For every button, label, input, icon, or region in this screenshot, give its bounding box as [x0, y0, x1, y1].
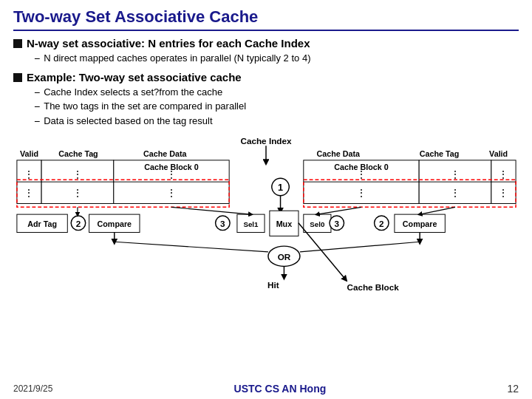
sub-bullets-1: N direct mapped caches operates in paral… [34, 52, 519, 66]
left-valid-label: Valid [20, 149, 38, 158]
left-cache-tag-label: Cache Tag [58, 149, 98, 158]
svg-text:⋮: ⋮ [498, 188, 508, 199]
sub-bullet-2-2: Data is selected based on the tag result [34, 115, 519, 129]
bullet-square-2 [13, 73, 22, 82]
sub-bullet-1-0: N direct mapped caches operates in paral… [34, 52, 519, 66]
bullet-square-1 [13, 39, 22, 48]
cache-index-label: Cache Index [240, 137, 292, 146]
circle-2-left: 2 [76, 219, 81, 228]
or-gate-label: OR [278, 252, 291, 262]
cache-block-out-label: Cache Block [347, 282, 399, 292]
circle-1: 1 [278, 183, 283, 193]
svg-text:⋮: ⋮ [356, 170, 366, 181]
svg-text:⋮: ⋮ [166, 188, 177, 199]
bullet-section-2: Example: Two-way set associative cache C… [13, 71, 519, 129]
bullet-main-2: Example: Two-way set associative cache [13, 71, 519, 83]
left-cache-data-label: Cache Data [143, 149, 187, 158]
sel0-label: Sel0 [310, 220, 325, 228]
svg-text:⋮: ⋮ [450, 170, 460, 181]
bullet-main-2-text: Example: Two-way set associative cache [27, 71, 242, 83]
bullet-main-1-text: N-way set associative: N entries for eac… [27, 37, 310, 50]
circle-3-right: 3 [334, 219, 339, 228]
circle-3-left: 3 [220, 219, 225, 228]
svg-line-45 [420, 208, 455, 215]
footer-page: 12 [507, 383, 519, 395]
svg-line-43 [317, 208, 361, 215]
svg-text:⋮: ⋮ [24, 188, 34, 199]
hit-label: Hit [267, 280, 279, 290]
right-valid-label: Valid [489, 149, 508, 158]
svg-text:⋮: ⋮ [498, 170, 508, 181]
circle-2-right: 2 [379, 219, 384, 228]
svg-text:⋮: ⋮ [72, 188, 83, 199]
bullet-main-1: N-way set associative: N entries for eac… [13, 37, 519, 50]
sub-bullet-2-1: The two tags in the set are compared in … [34, 100, 519, 115]
svg-text:⋮: ⋮ [356, 188, 366, 199]
diagram: Cache Index Valid Cache Tag Cache Data [13, 133, 519, 303]
svg-text:⋮: ⋮ [166, 170, 177, 181]
page: Two-way Set Associative Cache N-way set … [0, 0, 532, 399]
svg-text:⋮: ⋮ [24, 170, 34, 181]
footer-center: USTC CS AN Hong [234, 383, 327, 395]
bullet-section-1: N-way set associative: N entries for eac… [13, 37, 519, 66]
footer-date: 2021/9/25 [13, 383, 52, 394]
svg-line-42 [171, 208, 250, 215]
page-title: Two-way Set Associative Cache [13, 7, 519, 31]
sub-bullet-2-0: Cache Index selects a set?from the cache [34, 86, 519, 100]
mux-label: Mux [276, 219, 292, 228]
sel1-label: Sel1 [243, 220, 259, 228]
right-cache-data-label: Cache Data [316, 149, 360, 158]
compare-left-label: Compare [98, 219, 132, 228]
svg-line-38 [115, 242, 268, 253]
sub-bullets-2: Cache Index selects a set?from the cache… [34, 86, 519, 129]
adr-tag-label: Adr Tag [27, 219, 57, 228]
compare-right-label: Compare [403, 219, 437, 228]
right-cache-tag-label: Cache Tag [420, 149, 460, 158]
svg-text:⋮: ⋮ [450, 188, 460, 199]
footer: 2021/9/25 USTC CS AN Hong 12 [13, 383, 519, 395]
svg-text:⋮: ⋮ [72, 170, 83, 181]
